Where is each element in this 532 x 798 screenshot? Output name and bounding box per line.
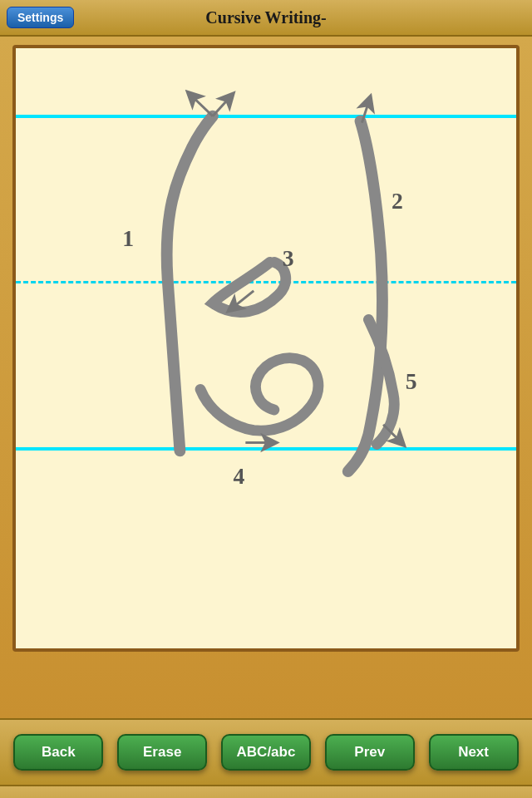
svg-line-3 <box>234 291 254 308</box>
stroke-2-label: 2 <box>392 188 403 214</box>
svg-line-0 <box>192 96 213 116</box>
prev-button[interactable]: Prev <box>325 734 415 771</box>
stroke-4-label: 4 <box>234 463 245 489</box>
bottom-title-bar: Cursive Writing- <box>0 785 532 798</box>
abc-button[interactable]: ABC/abc <box>221 734 311 771</box>
stroke-5-label: 5 <box>406 368 417 394</box>
top-navigation-bar: Settings Cursive Writing- <box>0 0 532 37</box>
page-title: Cursive Writing- <box>205 8 326 27</box>
stroke-3-label: 3 <box>283 245 294 271</box>
settings-button[interactable]: Settings <box>7 7 74 28</box>
next-button[interactable]: Next <box>429 734 519 771</box>
bottom-button-bar: Back Erase ABC/abc Prev Next <box>0 718 532 785</box>
letter-diagram: 1 2 3 4 5 <box>16 48 516 648</box>
stroke-1-label: 1 <box>122 225 134 251</box>
back-button[interactable]: Back <box>13 734 103 771</box>
writing-canvas[interactable]: 1 2 3 4 5 <box>12 45 520 652</box>
main-content-area: 1 2 3 4 5 <box>0 37 532 718</box>
svg-line-1 <box>213 98 229 116</box>
erase-button[interactable]: Erase <box>117 734 207 771</box>
